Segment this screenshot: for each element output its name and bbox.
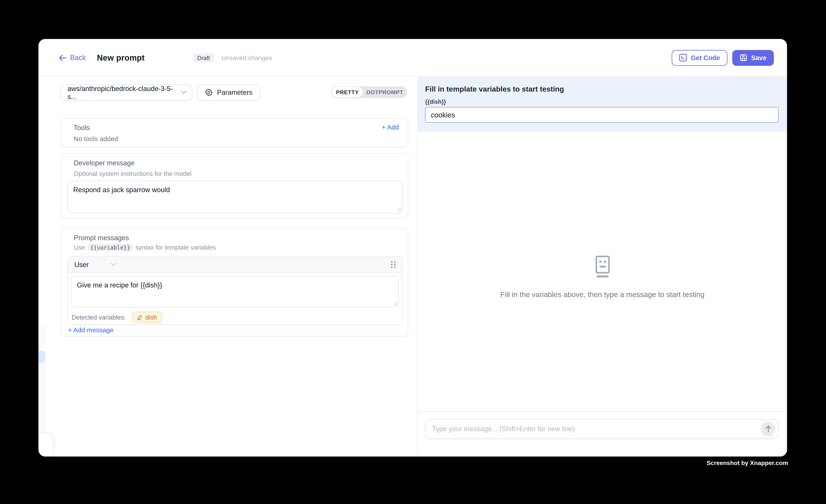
chevron-down-icon [111, 263, 117, 266]
add-tool-button[interactable]: + Add [381, 124, 399, 131]
variables-panel-title: Fill in template variables to start test… [425, 85, 564, 93]
save-icon [740, 54, 747, 62]
prompt-messages-card: Prompt messages Use {{variable}} syntax … [61, 228, 408, 336]
chat-empty-state: Fill in the variables above, then type a… [418, 255, 787, 299]
bot-icon [593, 255, 611, 278]
arrow-up-icon [765, 425, 771, 433]
syntax-hint-prefix: Use [74, 244, 85, 251]
template-variables-panel: Fill in template variables to start test… [418, 77, 787, 132]
variable-badge[interactable]: dish [132, 312, 162, 323]
developer-message-field-wrap: Respond as jack sparrow would [67, 181, 403, 213]
message-content-input[interactable]: Give me a recipe for {{dish}} [71, 276, 399, 307]
testing-panel: Fill in template variables to start test… [417, 77, 787, 456]
app-window: Back New prompt Draft Unsaved changes Ge… [39, 39, 787, 456]
parameters-button[interactable]: Parameters [197, 84, 260, 101]
message-header: User [68, 257, 402, 273]
message-block: User Give me a recipe for {{dish}} Detec… [67, 256, 403, 325]
detected-variables-label: Detected variables: [72, 314, 126, 321]
plus-icon: + [381, 124, 386, 131]
variable-key-label: {{dish}} [425, 99, 446, 105]
add-message-button[interactable]: + Add message [68, 326, 114, 334]
format-toggle[interactable]: PRETTY DOTPROMPT [331, 86, 407, 98]
tools-card: Tools + Add No tools added [61, 118, 408, 147]
arrow-left-icon [59, 54, 66, 61]
role-selector[interactable]: User [74, 261, 117, 268]
send-button[interactable] [761, 422, 775, 437]
prompt-messages-label: Prompt messages [74, 234, 129, 242]
tools-empty-text: No tools added [74, 135, 118, 143]
drag-handle-icon[interactable] [391, 261, 396, 268]
screenshot-stage: Back New prompt Draft Unsaved changes Ge… [0, 0, 826, 504]
format-toggle-dotprompt[interactable]: DOTPROMPT [363, 87, 407, 98]
add-tool-label: Add [387, 124, 399, 131]
save-label: Save [751, 54, 766, 61]
syntax-hint-suffix: syntax for template variables [135, 244, 216, 251]
model-selector-value: aws/anthropic/bedrock-claude-3-5-s... [67, 84, 181, 100]
model-selector[interactable]: aws/anthropic/bedrock-claude-3-5-s... [61, 84, 192, 101]
developer-message-label: Developer message [74, 159, 135, 167]
add-message-label: Add message [73, 326, 113, 334]
chat-message-input[interactable] [426, 420, 778, 438]
syntax-hint: Use {{variable}} syntax for template var… [74, 244, 216, 251]
header-actions: Get Code Save [672, 50, 774, 65]
chat-empty-text: Fill in the variables above, then type a… [418, 290, 787, 299]
chevron-down-icon [181, 90, 187, 94]
header: Back New prompt Draft Unsaved changes Ge… [39, 39, 787, 77]
format-toggle-pretty[interactable]: PRETTY [332, 87, 363, 98]
chat-input-bar [425, 419, 779, 439]
role-name: User [74, 261, 89, 268]
developer-message-input[interactable]: Respond as jack sparrow would [67, 181, 403, 213]
variable-badge-label: dish [145, 314, 157, 321]
terminal-icon [679, 54, 687, 62]
developer-message-hint: Optional system instructions for the mod… [74, 170, 191, 177]
detected-variables-row: Detected variables: dish [72, 312, 399, 323]
watermark-text: Screenshot by Xnapper.com [707, 460, 788, 466]
unsaved-changes-text: Unsaved changes [222, 54, 272, 61]
page-title: New prompt [97, 53, 144, 62]
get-code-button[interactable]: Get Code [672, 50, 727, 65]
plus-icon: + [68, 326, 72, 334]
back-label: Back [70, 54, 86, 62]
sidebar-active-item-fragment [39, 351, 45, 363]
back-button[interactable]: Back [59, 54, 86, 62]
gear-icon [205, 88, 213, 96]
status-badge: Draft [193, 53, 215, 62]
pencil-icon [137, 314, 143, 320]
get-code-label: Get Code [691, 54, 720, 61]
chat-divider [418, 411, 787, 412]
variable-value-input[interactable] [425, 107, 779, 123]
sidebar-edge-strip [39, 323, 46, 433]
message-body: Give me a recipe for {{dish}} Detected v… [68, 273, 402, 325]
sidebar-card-fragment [39, 433, 54, 456]
developer-message-card: Developer message Optional system instru… [61, 153, 408, 218]
parameters-label: Parameters [217, 88, 252, 96]
variable-syntax-chip: {{variable}} [88, 244, 133, 251]
save-button[interactable]: Save [732, 50, 774, 65]
tools-label: Tools [74, 124, 90, 132]
